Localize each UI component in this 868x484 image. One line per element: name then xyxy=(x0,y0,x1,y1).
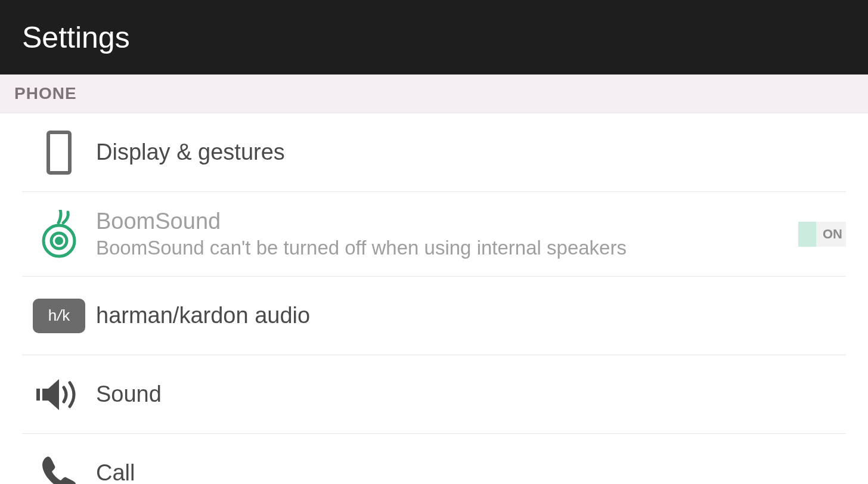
section-header-phone: PHONE xyxy=(0,75,868,113)
sound-label: Sound xyxy=(96,381,846,407)
display-gestures-label: Display & gestures xyxy=(96,139,846,165)
svg-point-2 xyxy=(55,237,63,245)
boomsound-icon xyxy=(22,210,96,259)
page-title: Settings xyxy=(22,20,130,55)
svg-rect-3 xyxy=(36,389,40,401)
app-header: Settings xyxy=(0,0,868,75)
svg-marker-4 xyxy=(42,379,59,410)
harman-kardon-label: harman/kardon audio xyxy=(96,303,846,328)
phone-icon xyxy=(22,131,96,175)
settings-row-display-gestures[interactable]: Display & gestures xyxy=(22,113,846,192)
phone-handset-icon xyxy=(22,454,96,485)
toggle-on-label: ON xyxy=(823,227,842,242)
boomsound-toggle: ON xyxy=(798,222,846,247)
boomsound-label: BoomSound xyxy=(96,209,798,234)
settings-row-call[interactable]: Call xyxy=(22,434,846,484)
settings-row-sound[interactable]: Sound xyxy=(22,355,846,434)
hk-badge-icon: h/k xyxy=(22,299,96,333)
speaker-icon xyxy=(22,377,96,412)
boomsound-subtitle: BoomSound can't be turned off when using… xyxy=(96,237,798,259)
settings-row-harman-kardon[interactable]: h/k harman/kardon audio xyxy=(22,277,846,355)
settings-row-boomsound: BoomSound BoomSound can't be turned off … xyxy=(22,192,846,277)
call-label: Call xyxy=(96,460,846,484)
